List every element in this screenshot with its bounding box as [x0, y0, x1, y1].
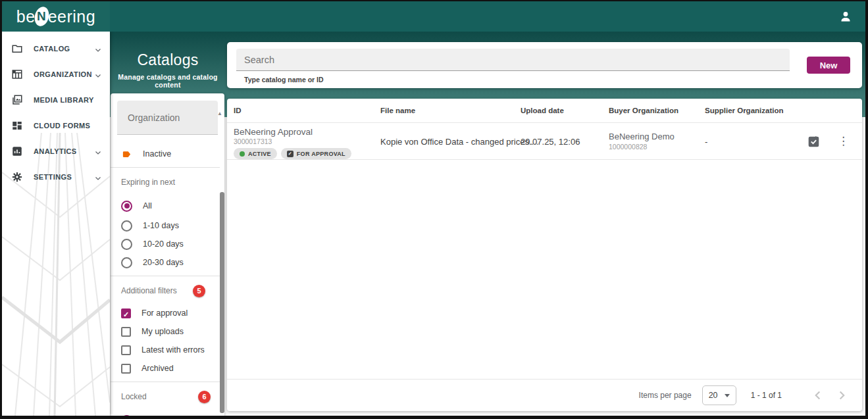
upload-date-cell: 29.07.25, 12:06 [521, 137, 580, 147]
radio-selected-icon [121, 415, 132, 416]
filter-option-inactive[interactable]: Inactive [111, 145, 220, 163]
checkbox-archived[interactable]: Archived [111, 359, 220, 378]
col-header-id: ID [234, 107, 242, 114]
radio-expiring-20-30[interactable]: 20-30 days [111, 253, 220, 272]
sidebar-item-organization[interactable]: ORGANIZATION [2, 61, 110, 87]
filter-panel: ▲ Inactive Expiring in next All 1-10 day… [111, 93, 224, 416]
dropdown-arrow-icon [725, 394, 730, 397]
chevron-down-icon [94, 70, 102, 78]
sidebar-item-analytics[interactable]: ANALYTICS [2, 138, 110, 164]
page-title: Catalogs [110, 51, 226, 69]
previous-page-icon[interactable] [811, 388, 825, 403]
table-header-row: ID File name Upload date Buyer Organizat… [227, 99, 862, 123]
sidebar-item-label: ANALYTICS [34, 147, 77, 155]
sidebar-item-label: MEDIA LIBRARY [34, 96, 94, 104]
search-card: Type catalog name or ID New [227, 42, 862, 88]
radio-expiring-1-10[interactable]: 1-10 days [111, 216, 220, 235]
additional-filters-count-badge: 5 [193, 285, 205, 297]
folder-icon [11, 43, 23, 55]
analytics-icon [11, 145, 23, 157]
col-header-supplier-organization: Supplier Organization [705, 107, 783, 114]
radio-icon [121, 220, 132, 232]
table-row[interactable]: BeNeering Approval 3000017313 ACTIVE ✓ F… [227, 123, 862, 160]
chevron-down-icon [94, 45, 102, 53]
radio-selected-icon [121, 201, 132, 212]
green-dot-icon [240, 151, 245, 157]
locked-section-label: Locked 6 [111, 386, 220, 407]
radio-icon [121, 239, 132, 250]
catalog-name: BeNeering Approval [234, 127, 351, 137]
kebab-menu-icon[interactable]: ⋮ [838, 134, 849, 149]
status-badge-for-approval: ✓ FOR APPROVAL [281, 148, 351, 159]
beneering-logo: beNeering [16, 7, 95, 26]
checkbox-icon [121, 345, 131, 355]
organization-filter-input[interactable] [117, 101, 218, 135]
buyer-organization-cell: BeNeering Demo 1000000828 [609, 132, 675, 151]
sidebar-item-label: CATALOG [34, 45, 70, 53]
chevron-down-icon [94, 147, 102, 155]
status-badges: ACTIVE ✓ FOR APPROVAL [234, 148, 351, 159]
sidebar-item-catalog[interactable]: CATALOG [2, 36, 110, 61]
sidebar-item-cloud-forms[interactable]: CLOUD FORMS [2, 112, 110, 138]
buyer-name: BeNeering Demo [609, 132, 675, 141]
radio-icon [121, 257, 132, 268]
supplier-organization-cell: - [705, 137, 707, 147]
catalog-id-cell: BeNeering Approval 3000017313 ACTIVE ✓ F… [234, 127, 351, 159]
catalog-id: 3000017313 [234, 137, 351, 145]
checkbox-icon [121, 364, 131, 374]
divider [111, 276, 220, 276]
top-app-bar: beNeering [2, 1, 865, 32]
table-footer: Items per page 20 1 - 1 of 1 [227, 379, 862, 411]
checkbox-latest-with-errors[interactable]: Latest with errors [111, 341, 220, 359]
search-helper-text: Type catalog name or ID [236, 76, 790, 84]
sidebar-item-label: SETTINGS [34, 173, 72, 181]
search-input[interactable] [236, 49, 790, 71]
app-viewport: beNeering CATALOG [2, 1, 865, 416]
filter-option-label: Inactive [143, 149, 171, 159]
filter-scrollbar-thumb[interactable] [220, 192, 224, 413]
checkbox-my-uploads[interactable]: My uploads [111, 322, 220, 341]
file-name-cell: Kopie von Office Data - changed prices..… [380, 137, 538, 147]
items-per-page-value: 20 [709, 391, 718, 400]
sidebar-item-label: CLOUD FORMS [34, 122, 90, 130]
locked-count-badge: 6 [198, 391, 211, 403]
radio-locked-all[interactable]: All [111, 411, 220, 416]
checkbox-for-approval[interactable]: ✓ For approval [111, 304, 220, 322]
next-page-icon[interactable] [834, 388, 849, 403]
sidebar-item-label: ORGANIZATION [34, 70, 92, 78]
sidebar-nav: CATALOG ORGANIZATION MEDIA LIBRARY [2, 32, 110, 416]
checkbox-checked-icon: ✓ [121, 308, 131, 318]
scroll-up-arrow-icon[interactable]: ▲ [217, 111, 222, 116]
col-header-upload-date: Upload date [521, 107, 564, 114]
row-actions: ⋮ [806, 134, 849, 149]
pagination-range-label: 1 - 1 of 1 [751, 391, 782, 400]
logo-text-prefix: be [16, 7, 36, 26]
items-per-page-label: Items per page [639, 391, 692, 400]
sidebar-item-media-library[interactable]: MEDIA LIBRARY [2, 87, 110, 112]
new-catalog-button[interactable]: New [807, 57, 850, 74]
organization-icon [11, 68, 23, 80]
page-header: Catalogs Manage catalogs and catalog con… [110, 51, 226, 89]
items-per-page-select[interactable]: 20 [702, 385, 736, 405]
filter-list: Inactive Expiring in next All 1-10 days … [111, 141, 220, 416]
logo-text-suffix: eering [48, 7, 96, 26]
media-library-icon [11, 94, 23, 106]
buyer-id: 1000000828 [609, 143, 675, 151]
divider [111, 382, 220, 382]
status-badge-active: ACTIVE [234, 148, 277, 159]
label-icon [121, 149, 132, 159]
radio-expiring-10-20[interactable]: 10-20 days [111, 235, 220, 253]
divider [111, 167, 220, 168]
chevron-down-icon [94, 173, 102, 181]
logo-block[interactable]: beNeering [2, 1, 110, 32]
col-header-buyer-organization: Buyer Organization [609, 107, 678, 114]
sidebar-item-settings[interactable]: SETTINGS [2, 164, 110, 189]
screenshot-frame: beNeering CATALOG [0, 0, 868, 419]
user-account-icon[interactable] [838, 9, 854, 24]
settings-gear-icon [11, 171, 23, 183]
expiring-section-label: Expiring in next [111, 172, 220, 193]
search-field-wrap: Type catalog name or ID [236, 49, 790, 84]
approval-clipboard-icon[interactable] [806, 134, 821, 149]
radio-expiring-all[interactable]: All [111, 197, 220, 215]
page-subtitle: Manage catalogs and catalog content [110, 73, 226, 89]
